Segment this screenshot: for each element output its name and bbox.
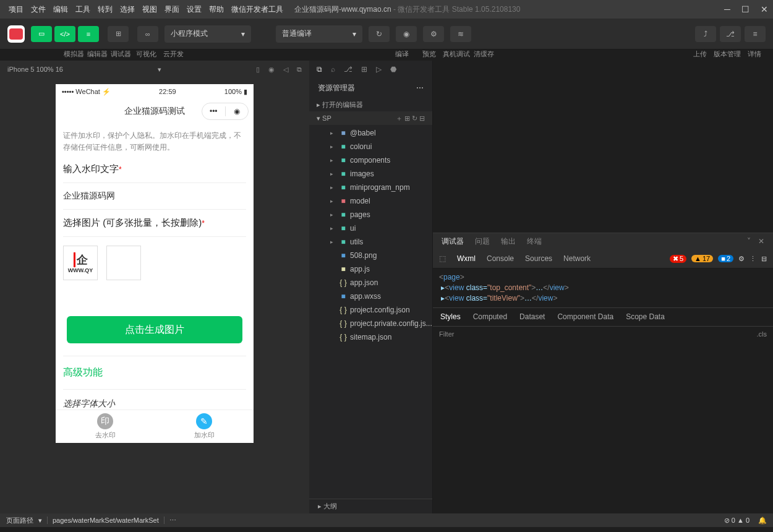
editor-button[interactable]: </> bbox=[54, 26, 75, 42]
panel-调试器[interactable]: 调试器 bbox=[442, 236, 464, 247]
upload-button[interactable]: ⤴ bbox=[695, 26, 716, 42]
styletab-Computed[interactable]: Computed bbox=[473, 312, 507, 321]
maximize-icon[interactable]: ☐ bbox=[741, 4, 750, 14]
file-app.json[interactable]: { }app.json bbox=[309, 276, 432, 290]
window-title: 企业猫源码网-www.qymao.cn - 微信开发者工具 Stable 1.0… bbox=[294, 4, 520, 15]
file-colorui[interactable]: ▸■colorui bbox=[309, 140, 432, 153]
description: 证件加水印，保护个人隐私。加水印在手机端完成，不存储任何证件信息，可断网使用。 bbox=[56, 124, 254, 160]
menu-项目[interactable]: 项目 bbox=[5, 4, 27, 15]
simulator: ••••• WeChat ⚡ 22:59 100% ▮ 企业猫源码测试 •••◉… bbox=[56, 84, 254, 443]
file-model[interactable]: ▸■model bbox=[309, 194, 432, 208]
compile-select[interactable]: 普通编译▾ bbox=[276, 25, 362, 43]
preview-button[interactable]: ◉ bbox=[396, 26, 417, 42]
image-thumb[interactable]: 企WWW.QY bbox=[63, 246, 98, 280]
file-ui[interactable]: ▸■ui bbox=[309, 221, 432, 235]
menu-帮助[interactable]: 帮助 bbox=[205, 4, 228, 15]
tab-console[interactable]: Console bbox=[487, 254, 514, 263]
panel-输出[interactable]: 输出 bbox=[501, 236, 516, 247]
menu: 项目文件编辑工具转到选择视图界面设置帮助微信开发者工具 bbox=[5, 4, 287, 15]
version-button[interactable]: ⎇ bbox=[720, 26, 741, 42]
tab-network[interactable]: Network bbox=[563, 254, 591, 263]
menu-工具[interactable]: 工具 bbox=[72, 4, 94, 15]
menu-转到[interactable]: 转到 bbox=[94, 4, 116, 15]
clear-cache-button[interactable]: ≋ bbox=[450, 26, 471, 42]
git-icon[interactable]: ⎇ bbox=[344, 65, 352, 74]
tab-wxml[interactable]: Wxml bbox=[457, 254, 476, 263]
gear-icon[interactable]: ⚙ bbox=[738, 255, 745, 263]
menu-设置[interactable]: 设置 bbox=[183, 4, 205, 15]
file-app.js[interactable]: ■app.js bbox=[309, 262, 432, 276]
phone-icon[interactable]: ▯ bbox=[256, 66, 260, 74]
record-icon[interactable]: ◉ bbox=[268, 66, 275, 74]
styletab-Styles[interactable]: Styles bbox=[440, 312, 461, 321]
menu-选择[interactable]: 选择 bbox=[116, 4, 139, 15]
tab-去水印[interactable]: 印去水印 bbox=[56, 410, 155, 443]
compile-button[interactable]: ↻ bbox=[369, 26, 390, 42]
inspect-icon[interactable]: ⬚ bbox=[439, 254, 446, 263]
mode-select[interactable]: 小程序模式▾ bbox=[164, 25, 251, 43]
advanced-label: 高级功能 bbox=[56, 360, 254, 385]
copy-icon[interactable]: ⧉ bbox=[297, 66, 302, 74]
tab-加水印[interactable]: ✎加水印 bbox=[155, 410, 254, 443]
wxml-tree[interactable]: <page> ▸<view class="top_content">…</vie… bbox=[433, 268, 773, 307]
capsule[interactable]: •••◉ bbox=[202, 103, 249, 120]
menu-编辑[interactable]: 编辑 bbox=[49, 4, 72, 15]
watermark-text[interactable]: 企业猫源码网 bbox=[56, 187, 254, 205]
menu-文件[interactable]: 文件 bbox=[27, 4, 49, 15]
cloud-button[interactable]: ∞ bbox=[137, 26, 158, 42]
panel-问题[interactable]: 问题 bbox=[475, 236, 490, 247]
styletab-Dataset[interactable]: Dataset bbox=[519, 312, 545, 321]
bell-icon[interactable]: 🔔 bbox=[758, 517, 767, 525]
file-508.png[interactable]: ■508.png bbox=[309, 249, 432, 262]
file-miniprogram_npm[interactable]: ▸■miniprogram_npm bbox=[309, 181, 432, 194]
file-pages[interactable]: ▸■pages bbox=[309, 208, 432, 221]
generate-button[interactable]: 点击生成图片 bbox=[67, 316, 242, 343]
file-@babel[interactable]: ▸■@babel bbox=[309, 126, 432, 140]
file-project.private.config.js...[interactable]: { }project.private.config.js... bbox=[309, 317, 432, 330]
file-sitemap.json[interactable]: { }sitemap.json bbox=[309, 330, 432, 344]
tab-sources[interactable]: Sources bbox=[525, 254, 552, 263]
debugger-button[interactable]: ≡ bbox=[78, 26, 99, 42]
page-path[interactable]: pages/waterMarkSet/waterMarkSet bbox=[53, 517, 159, 524]
minimize-icon[interactable]: ─ bbox=[724, 4, 730, 14]
visual-button[interactable]: ⊞ bbox=[108, 26, 129, 42]
styletab-Component Data[interactable]: Component Data bbox=[557, 312, 613, 321]
page-title: 企业猫源码测试 bbox=[124, 106, 185, 117]
menu-微信开发者工具[interactable]: 微信开发者工具 bbox=[228, 4, 287, 15]
run-icon[interactable]: ▷ bbox=[376, 65, 382, 74]
explorer-icon[interactable]: ⧉ bbox=[317, 65, 322, 74]
device-label[interactable]: iPhone 5 100% 16 bbox=[7, 66, 63, 73]
details-button[interactable]: ≡ bbox=[745, 26, 766, 42]
panel-终端[interactable]: 终端 bbox=[527, 236, 542, 247]
add-image[interactable] bbox=[106, 246, 141, 280]
file-components[interactable]: ▸■components bbox=[309, 153, 432, 167]
app-logo bbox=[7, 25, 25, 43]
file-utils[interactable]: ▸■utils bbox=[309, 235, 432, 249]
file-project.config.json[interactable]: { }project.config.json bbox=[309, 303, 432, 317]
file-app.wxss[interactable]: ■app.wxss bbox=[309, 290, 432, 303]
toolbar: ▭</>≡ ⊞ ∞ 小程序模式▾ 普通编译▾ ↻ ◉ ⚙ ≋ ⤴ ⎇ ≡ bbox=[0, 19, 773, 49]
simulator-button[interactable]: ▭ bbox=[31, 26, 52, 42]
file-images[interactable]: ▸■images bbox=[309, 167, 432, 181]
ext-icon[interactable]: ⊞ bbox=[361, 65, 367, 74]
explorer-title: 资源管理器 bbox=[318, 83, 355, 93]
bug-icon[interactable]: ⬣ bbox=[390, 65, 396, 74]
close-panel-icon[interactable]: ✕ bbox=[758, 237, 764, 246]
close-icon[interactable]: ✕ bbox=[761, 4, 768, 14]
device-debug-button[interactable]: ⚙ bbox=[423, 26, 444, 42]
styletab-Scope Data[interactable]: Scope Data bbox=[626, 312, 665, 321]
statusbar: 页面路径 ▾ pages/waterMarkSet/waterMarkSet ⋯… bbox=[0, 513, 773, 527]
filter-input[interactable]: Filter bbox=[439, 330, 454, 338]
search-icon[interactable]: ⌕ bbox=[331, 65, 335, 74]
menu-界面[interactable]: 界面 bbox=[161, 4, 183, 15]
menu-视图[interactable]: 视图 bbox=[139, 4, 161, 15]
titlebar: 项目文件编辑工具转到选择视图界面设置帮助微信开发者工具 企业猫源码网-www.q… bbox=[0, 0, 773, 19]
mute-icon[interactable]: ◁ bbox=[283, 66, 288, 74]
